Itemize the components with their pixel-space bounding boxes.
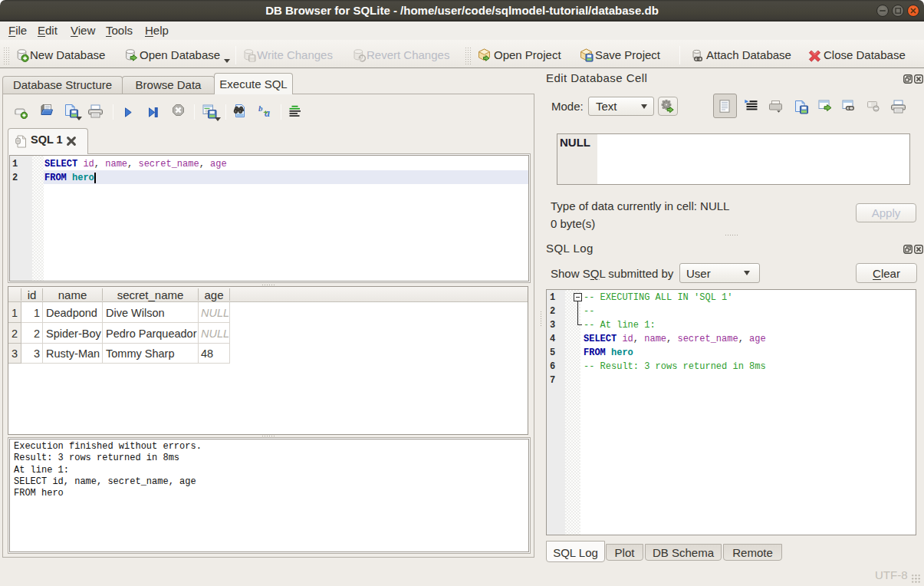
svg-text:b: b (258, 104, 263, 113)
